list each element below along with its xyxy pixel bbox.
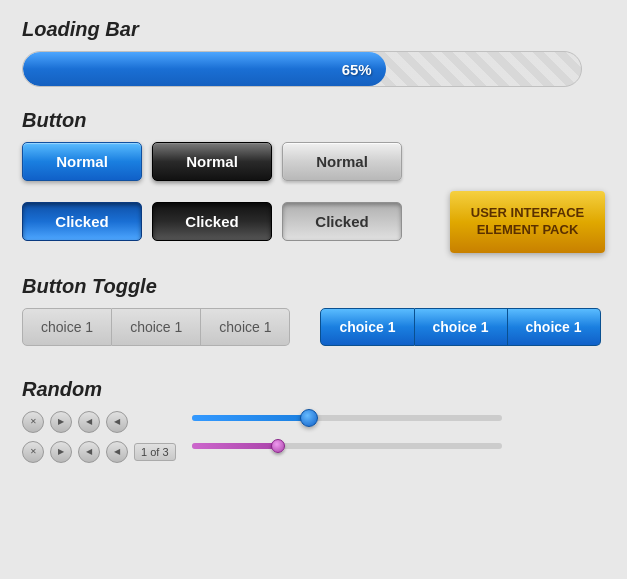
slider-2[interactable] [192,443,502,449]
blue-clicked-button[interactable]: Clicked [22,202,142,241]
back-btn-2[interactable]: ◀ [106,441,128,463]
blue-normal-button[interactable]: Normal [22,142,142,181]
slider-1-fill [192,415,310,421]
button-title: Button [22,109,605,132]
media-row-2: ✕ ▶ ◀ ◀ 1 of 3 [22,441,176,463]
button-section: Button Normal Normal Normal Clicked Clic… [22,109,605,253]
blue-toggle-group: choice 1 choice 1 choice 1 [320,308,600,346]
play-btn-1[interactable]: ▶ [50,411,72,433]
blue-toggle-2[interactable]: choice 1 [415,308,508,346]
button-clicked-row: Clicked Clicked Clicked USER INTERFACE E… [22,191,605,253]
loading-bar-title: Loading Bar [22,18,605,41]
toggle-section: Button Toggle choice 1 choice 1 choice 1… [22,275,605,356]
play-btn-2[interactable]: ▶ [50,441,72,463]
gray-toggle-2[interactable]: choice 1 [112,308,201,346]
back-btn-1[interactable]: ◀ [106,411,128,433]
close-btn-1[interactable]: ✕ [22,411,44,433]
gray-toggle-1[interactable]: choice 1 [22,308,112,346]
ui-badge: USER INTERFACE ELEMENT PACK [450,191,605,253]
black-normal-button[interactable]: Normal [152,142,272,181]
media-row-1: ✕ ▶ ◀ ◀ [22,411,176,433]
badge-line1: USER INTERFACE [471,205,584,220]
close-btn-2[interactable]: ✕ [22,441,44,463]
gray-toggle-3[interactable]: choice 1 [201,308,290,346]
slider-1[interactable] [192,415,502,421]
prev-btn-1[interactable]: ◀ [78,411,100,433]
loading-bar-section: Loading Bar 65% [22,18,605,87]
blue-toggle-1[interactable]: choice 1 [320,308,414,346]
button-normal-row: Normal Normal Normal [22,142,605,181]
black-clicked-button[interactable]: Clicked [152,202,272,241]
page-indicator: 1 of 3 [134,443,176,461]
gray-clicked-button[interactable]: Clicked [282,202,402,241]
slider-1-thumb[interactable] [300,409,318,427]
prev-btn-2[interactable]: ◀ [78,441,100,463]
random-title: Random [22,378,605,401]
slider-2-fill [192,443,279,449]
gray-toggle-group: choice 1 choice 1 choice 1 [22,308,290,346]
blue-toggle-3[interactable]: choice 1 [508,308,601,346]
loading-bar-fill: 65% [23,52,386,86]
random-section: Random ✕ ▶ ◀ ◀ ✕ ▶ ◀ ◀ 1 of 3 [22,378,605,463]
badge-line2: ELEMENT PACK [477,222,579,237]
toggle-title: Button Toggle [22,275,605,298]
loading-bar-outer: 65% [22,51,582,87]
slider-2-thumb[interactable] [271,439,285,453]
gray-normal-button[interactable]: Normal [282,142,402,181]
loading-bar-label: 65% [342,61,372,78]
